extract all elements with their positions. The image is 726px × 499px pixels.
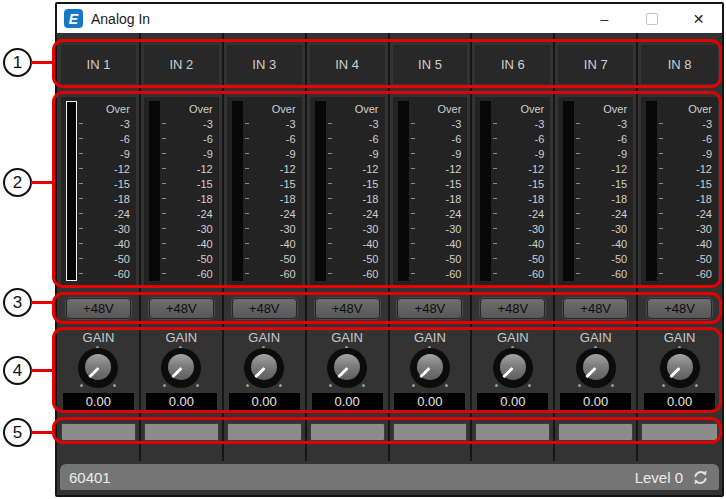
annotation-circle-3: 3 — [3, 288, 32, 317]
meter-scale-row: -40 — [491, 236, 545, 251]
close-button[interactable]: ✕ — [675, 4, 722, 33]
port-name-field[interactable] — [61, 423, 136, 441]
port-name-field[interactable] — [558, 423, 633, 441]
meter-scale-label: -6 — [580, 133, 628, 145]
phantom-power-button[interactable]: +48V — [480, 298, 545, 319]
knob-tick-min — [578, 384, 581, 387]
meter-scale-row: -18 — [491, 191, 545, 206]
gain-label: GAIN — [497, 331, 529, 346]
gain-knob[interactable] — [574, 346, 618, 390]
meter-scale-label: -40 — [497, 238, 545, 250]
meter-scale-label: -60 — [249, 268, 297, 280]
meter-scale-row: -3 — [326, 116, 380, 131]
meter-scale-label: -9 — [663, 148, 713, 160]
meter-scale-label: Over — [332, 103, 380, 115]
gain-knob[interactable] — [242, 346, 286, 390]
meter-scale-row: -50 — [657, 251, 713, 266]
gain-section: GAIN 0.00 — [141, 331, 222, 410]
gain-value-field[interactable]: 0.00 — [560, 393, 631, 410]
phantom-power-button[interactable]: +48V — [563, 298, 628, 319]
meter-scale-row: Over — [243, 101, 297, 116]
gain-knob[interactable] — [76, 346, 120, 390]
gain-value-field[interactable]: 0.00 — [63, 393, 134, 410]
phantom-power-button[interactable]: +48V — [647, 298, 712, 319]
meter-scale-row: -60 — [77, 266, 131, 281]
meter-scale-label: -50 — [249, 253, 297, 265]
gain-knob[interactable] — [408, 346, 452, 390]
meter-scale-label: Over — [497, 103, 545, 115]
channel-column: IN 6 Over-3-6-9-12-15-18-24-30-40-50-60 … — [472, 33, 555, 461]
meter-scale-label: -50 — [580, 253, 628, 265]
meter-scale-label: -9 — [166, 148, 214, 160]
maximize-button[interactable] — [628, 4, 675, 33]
meter-scale-row: -60 — [491, 266, 545, 281]
meter-scale-label: -30 — [332, 223, 380, 235]
gain-knob[interactable] — [491, 346, 535, 390]
gain-value-field[interactable]: 0.00 — [644, 393, 715, 410]
meter-scale-label: -40 — [166, 238, 214, 250]
gain-value-field[interactable]: 0.00 — [229, 393, 300, 410]
knob-tick-max — [279, 384, 282, 387]
meter-scale-label: -40 — [83, 238, 131, 250]
phantom-power-button[interactable]: +48V — [397, 298, 462, 319]
refresh-icon[interactable] — [691, 468, 710, 487]
meter-scale-label: -6 — [497, 133, 545, 145]
meter-bar — [563, 101, 574, 281]
gain-value-field[interactable]: 0.00 — [477, 393, 548, 410]
meter-scale-label: -3 — [580, 118, 628, 130]
port-name-field[interactable] — [144, 423, 219, 441]
meter-scale-label: -6 — [83, 133, 131, 145]
meter-bar — [232, 101, 243, 281]
gain-value-field[interactable]: 0.00 — [312, 393, 383, 410]
meter-scale-row: -60 — [574, 266, 628, 281]
phantom-power-button[interactable]: +48V — [149, 298, 214, 319]
port-name-field[interactable] — [393, 423, 468, 441]
meter-scale-label: -24 — [497, 208, 545, 220]
gain-value-field[interactable]: 0.00 — [394, 393, 465, 410]
annotation-line-4 — [31, 369, 54, 372]
meter-scale-row: -50 — [160, 251, 214, 266]
meter-scale-label: -18 — [166, 193, 214, 205]
phantom-power-button[interactable]: +48V — [66, 298, 131, 319]
meter-scale-row: -60 — [160, 266, 214, 281]
meter-scale-row: -24 — [77, 206, 131, 221]
meter-scale-label: -40 — [663, 238, 713, 250]
meter-scale-label: -60 — [332, 268, 380, 280]
meter-scale-row: -12 — [326, 161, 380, 176]
meter-scale-row: Over — [326, 101, 380, 116]
port-name-field[interactable] — [227, 423, 302, 441]
gain-knob[interactable] — [159, 346, 203, 390]
meter-scale-row: -30 — [574, 221, 628, 236]
gain-value-field[interactable]: 0.00 — [146, 393, 217, 410]
meter-scale-row: -12 — [574, 161, 628, 176]
channel-label: IN 2 — [144, 45, 219, 84]
gain-knob[interactable] — [325, 346, 369, 390]
meter-scale-label: -60 — [497, 268, 545, 280]
meter-scale-row: -40 — [326, 236, 380, 251]
meter-scale-label: -24 — [166, 208, 214, 220]
meter-bar — [149, 101, 160, 281]
meter-scale-label: -6 — [663, 133, 713, 145]
phantom-power-button[interactable]: +48V — [232, 298, 297, 319]
port-name-field[interactable] — [310, 423, 385, 441]
meter-scale-label: -15 — [497, 178, 545, 190]
meter-scale-row: -15 — [409, 176, 463, 191]
minimize-button[interactable]: – — [581, 4, 628, 33]
port-name-field[interactable] — [641, 423, 718, 441]
knob-tick-max — [695, 384, 698, 387]
level-meter: Over-3-6-9-12-15-18-24-30-40-50-60 — [558, 97, 633, 286]
meter-scale-label: -24 — [415, 208, 463, 220]
meter-scale-row: Over — [574, 101, 628, 116]
meter-scale-row: -60 — [657, 266, 713, 281]
meter-scale-row: -12 — [491, 161, 545, 176]
knob-tick-max — [196, 384, 199, 387]
titlebar: E Analog In – ✕ — [57, 4, 722, 33]
meter-scale-label: -40 — [249, 238, 297, 250]
gain-knob[interactable] — [658, 346, 702, 390]
meter-scale-row: -50 — [326, 251, 380, 266]
app-logo-icon: E — [64, 9, 83, 28]
port-name-field[interactable] — [475, 423, 550, 441]
window-title: Analog In — [91, 11, 150, 27]
phantom-power-button[interactable]: +48V — [315, 298, 380, 319]
channel-column: IN 7 Over-3-6-9-12-15-18-24-30-40-50-60 … — [555, 33, 638, 461]
